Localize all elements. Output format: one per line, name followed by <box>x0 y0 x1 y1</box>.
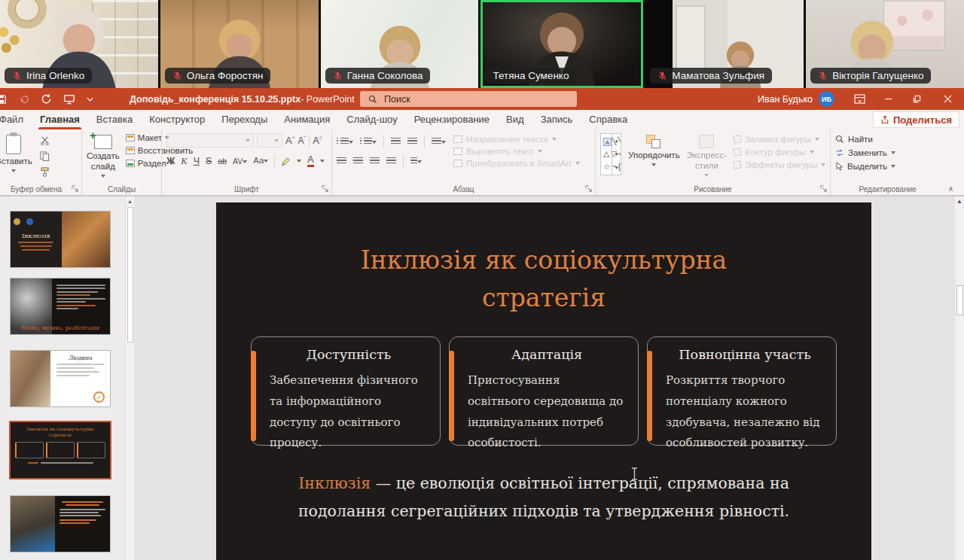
slide-thumbnail-2[interactable]: Наука, музика, реабілітація <box>11 278 110 334</box>
align-text-button[interactable]: Выровнять текст <box>453 147 580 156</box>
tab-design[interactable]: Конструктор <box>141 110 213 129</box>
columns-button[interactable] <box>410 154 422 168</box>
grow-font-button[interactable]: A^ <box>285 135 294 145</box>
participant-name: Ольга Форостян <box>187 70 264 81</box>
collapse-ribbon-icon[interactable]: ∧ <box>948 184 953 193</box>
slide-editor[interactable]: Інклюзія як соціокультурна стратегія Дос… <box>216 202 871 560</box>
tab-record[interactable]: Запись <box>532 110 581 129</box>
bold-button[interactable]: Ж <box>166 157 175 166</box>
quick-styles-button[interactable]: Экспресс-стили <box>687 133 728 183</box>
cut-icon[interactable] <box>40 136 50 145</box>
paste-button[interactable]: Вставить <box>0 133 32 183</box>
card-accessibility[interactable]: Доступність Забезпечення фізичного та ін… <box>251 336 441 446</box>
card-adaptation[interactable]: Адаптація Пристосування освітнього серед… <box>449 336 639 446</box>
undo-icon[interactable] <box>18 94 29 105</box>
save-icon[interactable] <box>0 94 7 105</box>
line-spacing-button[interactable] <box>432 135 446 148</box>
slide-thumbnail-1[interactable]: Інклюзія <box>11 212 110 267</box>
numbering-button[interactable] <box>360 135 377 148</box>
tab-review[interactable]: Рецензирование <box>406 110 498 129</box>
close-button[interactable] <box>931 88 964 110</box>
slide-thumbnail-5[interactable] <box>11 496 110 552</box>
scroll-up-arrow-icon[interactable]: ▲ <box>126 196 134 206</box>
change-case-button[interactable]: Aa <box>253 157 268 166</box>
scrollbar-thumb[interactable] <box>127 207 133 342</box>
muted-mic-icon <box>657 71 667 81</box>
user-avatar[interactable]: ИБ <box>819 91 834 107</box>
participant-tile[interactable]: Irina Orlenko <box>0 0 158 88</box>
participant-tile[interactable]: Ольга Форостян <box>160 0 319 88</box>
participant-tile-active-speaker[interactable]: Тетяна Суменко <box>480 0 643 88</box>
share-button[interactable]: Поделиться <box>873 111 959 128</box>
font-name-combo[interactable] <box>166 133 254 148</box>
thumb5-photo <box>11 496 55 552</box>
canvas-scrollbar[interactable]: ▲ <box>954 196 964 560</box>
shape-fill-button[interactable]: Заливка фигуры <box>734 135 825 144</box>
restore-button[interactable] <box>902 88 931 110</box>
dialog-launcher-icon[interactable] <box>321 184 329 193</box>
slide-thumbnail-3[interactable]: Людина ✓ <box>11 351 110 406</box>
find-button[interactable]: Найти <box>835 135 940 144</box>
clear-formatting-button[interactable]: A◊ <box>313 135 322 145</box>
slides-group: Создать слайд Макет Восстановить Раздел … <box>81 129 161 195</box>
scroll-up-arrow-icon[interactable]: ▲ <box>955 196 964 207</box>
dialog-launcher-icon[interactable] <box>71 184 79 193</box>
copy-icon[interactable] <box>40 151 50 161</box>
dialog-launcher-icon[interactable] <box>819 184 828 193</box>
shapes-gallery-scroll[interactable]: ▲▼▼ <box>612 134 621 175</box>
new-slide-button[interactable]: Создать слайд <box>87 133 120 183</box>
highlight-color-button[interactable] <box>281 157 291 166</box>
increase-indent-icon[interactable] <box>407 138 417 145</box>
align-left-button[interactable] <box>337 157 346 165</box>
tab-file[interactable]: Файл <box>0 110 32 129</box>
tab-home[interactable]: Главная <box>32 110 88 129</box>
search-box[interactable]: Поиск <box>360 91 577 107</box>
arrange-button[interactable]: Упорядочить <box>628 133 679 183</box>
tab-animations[interactable]: Анимация <box>276 110 338 129</box>
shape-effects-button[interactable]: Эффекты фигуры <box>734 160 825 169</box>
shrink-font-button[interactable]: Aˇ <box>297 135 306 145</box>
bullets-button[interactable] <box>337 135 353 148</box>
participant-tile[interactable]: Вікторія Галущенко <box>806 0 964 88</box>
dialog-launcher-icon[interactable] <box>584 184 593 193</box>
subscript-button[interactable]: ab <box>218 157 227 166</box>
participant-name: Вікторія Галущенко <box>832 70 923 81</box>
italic-button[interactable]: К <box>181 157 187 166</box>
slide-footer-text[interactable]: Інклюзія — це еволюція освітньої інтегра… <box>258 470 830 525</box>
select-button[interactable]: Выделить <box>835 162 940 171</box>
font-color-button[interactable]: A <box>307 155 313 168</box>
replace-button[interactable]: Заменить <box>835 148 940 157</box>
tab-insert[interactable]: Вставка <box>88 110 141 129</box>
chevron-down-icon <box>810 151 814 154</box>
slide-title[interactable]: Інклюзія як соціокультурна стратегія <box>333 242 755 316</box>
character-spacing-button[interactable]: AV <box>233 157 247 166</box>
tab-help[interactable]: Справка <box>581 110 636 129</box>
format-painter-icon[interactable] <box>40 167 50 177</box>
minimize-button[interactable] <box>874 88 902 110</box>
scrollbar-thumb[interactable] <box>956 285 963 315</box>
underline-button[interactable]: Ч <box>194 157 200 166</box>
ribbon-display-options-button[interactable] <box>845 88 874 110</box>
font-size-combo[interactable] <box>257 133 282 148</box>
tab-view[interactable]: Вид <box>498 110 532 129</box>
start-slideshow-icon[interactable] <box>63 94 75 105</box>
thumbnail-panel-scrollbar[interactable]: ▲ <box>125 196 134 560</box>
strikethrough-button[interactable]: S <box>206 157 212 166</box>
convert-smartart-button[interactable]: Преобразовать в SmartArt <box>453 159 580 168</box>
tab-slideshow[interactable]: Слайд-шоу <box>338 110 405 129</box>
shape-outline-button[interactable]: Контур фигуры <box>734 148 825 157</box>
participant-tile[interactable]: Маматова Зульфия <box>645 0 804 88</box>
card-full-participation[interactable]: Повноцінна участь Розкриття творчого пот… <box>647 336 837 446</box>
customize-qat-chevron-icon[interactable] <box>87 97 93 102</box>
text-direction-button[interactable]: Направление текста <box>453 135 580 144</box>
align-center-button[interactable] <box>353 157 363 165</box>
text-box-shape-icon[interactable]: A <box>603 138 612 146</box>
decrease-indent-icon[interactable] <box>391 138 401 145</box>
redo-icon[interactable] <box>41 93 52 105</box>
shapes-gallery[interactable]: A╲╲□○▭ △▽⇨⌂ ☆~{ } ▲▼▼ <box>600 133 621 175</box>
slide-thumbnail-4-selected[interactable]: Інклюзія як соціокультурна стратегія <box>11 422 110 478</box>
participant-tile[interactable]: Ганна Соколова <box>321 0 479 88</box>
align-right-button[interactable] <box>370 157 380 165</box>
justify-button[interactable] <box>386 157 396 165</box>
tab-transitions[interactable]: Переходы <box>213 110 276 129</box>
